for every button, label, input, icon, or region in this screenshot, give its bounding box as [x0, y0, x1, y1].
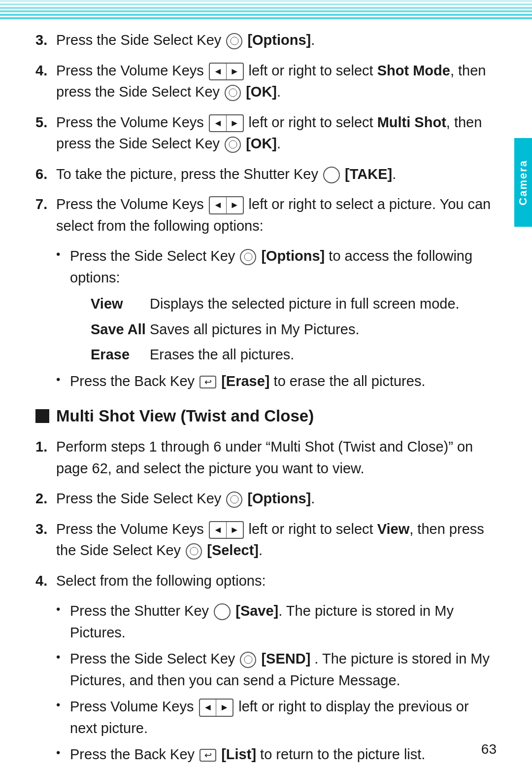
item-number: 4.: [35, 60, 56, 103]
key-label: [Save]: [235, 603, 278, 619]
def-desc: Saves all pictures in My Pictures.: [150, 319, 497, 341]
def-item: Save All Saves all pictures in My Pictur…: [91, 319, 497, 341]
bullet-item: • Press the Back Key [List] to return to…: [56, 744, 497, 766]
bullet-text: Press the Back Key [Erase] to erase the …: [70, 371, 425, 392]
key-label: [Options]: [247, 32, 311, 48]
item-number: 2.: [35, 488, 56, 510]
list-item: 2. Press the Side Select Key [Options].: [35, 488, 497, 510]
select-key-icon: [186, 543, 202, 560]
select-key-icon: [225, 137, 241, 153]
bullet-text: Press the Side Select Key [Options] to a…: [70, 246, 497, 288]
vol-right: ►: [227, 197, 243, 213]
side-tab-label: Camera: [517, 160, 530, 206]
list-item: 7. Press the Volume Keys ◄ ► left or rig…: [35, 194, 497, 237]
page-number: 63: [481, 741, 497, 757]
list-item: 3. Press the Side Select Key [Options].: [35, 30, 497, 51]
bullet-symbol: •: [56, 600, 68, 643]
def-list: View Displays the selected picture in fu…: [91, 293, 497, 366]
volume-keys-icon: ◄ ►: [209, 114, 244, 133]
shutter-key-icon: [214, 603, 231, 620]
key-label: [Options]: [247, 491, 311, 506]
bullet-symbol: •: [56, 371, 68, 392]
volume-keys-icon: ◄ ►: [209, 63, 244, 81]
item-text: Select from the following options:: [56, 570, 266, 592]
key-label: [Options]: [261, 248, 325, 264]
shutter-key-icon: [323, 167, 340, 183]
key-label: [OK]: [246, 84, 277, 100]
item-text: Press the Volume Keys ◄ ► left or right …: [56, 519, 497, 561]
item-text: Press the Volume Keys ◄ ► left or right …: [56, 112, 497, 155]
page: Camera 3. Press the Side Select Key [Opt…: [0, 0, 532, 772]
item-text: Perform steps 1 through 6 under “Multi S…: [56, 436, 497, 479]
item-number: 4.: [35, 570, 56, 592]
section-heading-square: [35, 409, 49, 423]
bullet-item: • Press the Shutter Key [Save]. The pict…: [56, 600, 497, 643]
main-content: 3. Press the Side Select Key [Options]. …: [35, 30, 497, 737]
list-item: 3. Press the Volume Keys ◄ ► left or rig…: [35, 519, 497, 561]
vol-right: ►: [216, 700, 233, 716]
bullet-symbol: •: [56, 648, 68, 691]
vol-left: ◄: [210, 64, 227, 80]
vol-left: ◄: [210, 197, 227, 213]
select-key-icon: [225, 85, 241, 101]
select-key-icon: [240, 249, 256, 265]
bullet-symbol: •: [56, 696, 68, 739]
def-item: View Displays the selected picture in fu…: [91, 293, 497, 315]
bold-text: Multi Shot: [377, 114, 446, 130]
volume-keys-icon: ◄ ►: [199, 699, 234, 717]
list-item: 4. Select from the following options:: [35, 570, 497, 592]
bullet-symbol: •: [56, 744, 68, 766]
item-number: 7.: [35, 194, 56, 237]
bold-text: View: [377, 521, 410, 537]
item-number: 5.: [35, 112, 56, 155]
vol-left: ◄: [200, 700, 217, 716]
top-decorative-lines: [0, 0, 532, 26]
bullet-text: Press the Back Key [List] to return to t…: [70, 744, 425, 766]
key-label: [SEND]: [261, 651, 310, 667]
item-text: To take the picture, press the Shutter K…: [56, 164, 396, 185]
bold-text: Shot Mode: [377, 63, 450, 78]
bullet-item: • Press the Side Select Key [SEND] . The…: [56, 648, 497, 691]
back-key-icon: [200, 749, 216, 762]
vol-right: ►: [227, 64, 243, 80]
bullet-item: • Press the Back Key [Erase] to erase th…: [56, 371, 497, 392]
def-term: View: [91, 293, 150, 315]
key-label: [Select]: [207, 542, 259, 558]
volume-keys-icon: ◄ ►: [209, 196, 244, 214]
item-text: Press the Volume Keys ◄ ► left or right …: [56, 194, 497, 237]
bullet-text: Press Volume Keys ◄ ► left or right to d…: [70, 696, 497, 739]
item-text: Press the Side Select Key [Options].: [56, 488, 315, 510]
vol-right: ►: [227, 522, 243, 538]
def-desc: Displays the selected picture in full sc…: [150, 293, 497, 315]
item-text: Press the Volume Keys ◄ ► left or right …: [56, 60, 497, 103]
def-item: Erase Erases the all pictures.: [91, 344, 497, 366]
item-text: Press the Side Select Key [Options].: [56, 30, 315, 51]
vol-right: ►: [227, 115, 243, 132]
item-number: 6.: [35, 164, 56, 185]
select-key-icon: [226, 33, 242, 49]
volume-keys-icon: ◄ ►: [209, 521, 244, 539]
list-item: 5. Press the Volume Keys ◄ ► left or rig…: [35, 112, 497, 155]
list-item: 1. Perform steps 1 through 6 under “Mult…: [35, 436, 497, 479]
list-item: 4. Press the Volume Keys ◄ ► left or rig…: [35, 60, 497, 103]
item-number: 3.: [35, 30, 56, 51]
bullet-text: Press the Side Select Key [SEND] . The p…: [70, 648, 497, 691]
def-desc: Erases the all pictures.: [150, 344, 497, 366]
item-number: 3.: [35, 519, 56, 561]
def-term: Save All: [91, 319, 150, 341]
side-tab: Camera: [514, 138, 532, 227]
bullet-item: • Press the Side Select Key [Options] to…: [56, 246, 497, 288]
section-heading-text: Multi Shot View (Twist and Close): [56, 407, 314, 425]
select-key-icon: [240, 652, 256, 668]
section-heading: Multi Shot View (Twist and Close): [35, 407, 497, 425]
def-term: Erase: [91, 344, 150, 366]
sub-items: • Press the Side Select Key [Options] to…: [56, 246, 497, 392]
lower-sub-items: • Press the Shutter Key [Save]. The pict…: [56, 600, 497, 766]
bullet-item: • Press Volume Keys ◄ ► left or right to…: [56, 696, 497, 739]
key-label: [OK]: [246, 136, 277, 151]
select-key-icon: [226, 491, 242, 508]
back-key-icon: [200, 376, 216, 388]
vol-left: ◄: [210, 115, 227, 132]
list-item: 6. To take the picture, press the Shutte…: [35, 164, 497, 185]
key-label: [Erase]: [221, 373, 269, 389]
